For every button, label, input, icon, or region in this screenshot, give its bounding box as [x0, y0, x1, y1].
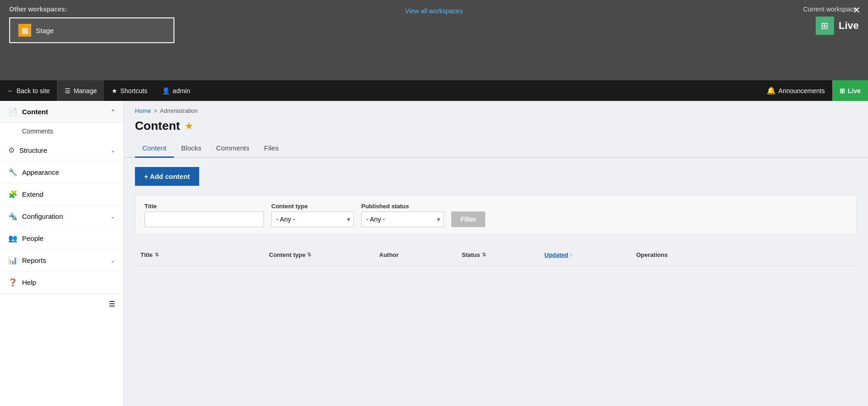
th-title-label: Title	[140, 251, 153, 258]
current-workspace-name: Live	[839, 20, 859, 32]
th-content-type-label: Content type	[269, 251, 305, 258]
th-updated-sort-icon[interactable]: ↑	[570, 252, 573, 258]
breadcrumb-separator: >	[154, 107, 157, 114]
sidebar-extend-label: Extend	[22, 190, 44, 198]
add-content-button[interactable]: + Add content	[135, 167, 199, 186]
current-workspace-icon: ⊞	[816, 17, 834, 35]
filter-row: Title Content type - Any - Published sta…	[145, 203, 847, 227]
breadcrumb-admin: Administration	[160, 107, 197, 114]
th-status-sort-icon[interactable]: ⇅	[482, 252, 486, 258]
inner-content: + Add content Title Content type - Any -	[124, 158, 868, 275]
appearance-icon: 🔧	[8, 168, 17, 177]
sidebar-item-configuration[interactable]: 🔩 Configuration ⌄	[0, 206, 123, 228]
table-header: Title ⇅ Content type ⇅ Author Status ⇅ U…	[135, 244, 857, 266]
sidebar-structure-label: Structure	[19, 146, 47, 154]
sidebar-item-reports[interactable]: 📊 Reports ⌄	[0, 250, 123, 272]
sidebar-comments-label: Comments	[22, 128, 53, 135]
announcements-label: Announcements	[778, 87, 825, 95]
structure-chevron-icon: ⌄	[111, 147, 115, 154]
stage-workspace-name: Stage	[36, 27, 54, 34]
back-to-site-button[interactable]: ← Back to site	[0, 80, 57, 101]
favorite-star-icon[interactable]: ★	[185, 120, 194, 132]
menu-icon: ☰	[65, 87, 71, 95]
content-type-select-wrapper: - Any -	[271, 211, 354, 227]
shortcuts-button[interactable]: ★ Shortcuts	[104, 80, 155, 101]
current-workspace-row: ⊞ Live	[816, 17, 859, 35]
sidebar-collapse-icon[interactable]: ☰	[109, 300, 115, 308]
shortcuts-label: Shortcuts	[120, 87, 147, 95]
sidebar-item-appearance[interactable]: 🔧 Appearance	[0, 161, 123, 184]
sidebar-reports-label: Reports	[22, 256, 46, 264]
sidebar-appearance-label: Appearance	[22, 168, 59, 176]
live-label: Live	[848, 87, 861, 95]
content-type-filter-label: Content type	[271, 203, 354, 210]
published-status-filter-field: Published status - Any -	[361, 203, 444, 227]
th-author: Author	[374, 249, 456, 261]
back-to-site-label: Back to site	[17, 87, 50, 95]
published-status-select-wrapper: - Any -	[361, 211, 444, 227]
sidebar-item-content[interactable]: 📄 Content ⌃	[0, 101, 123, 123]
th-content-type: Content type ⇅	[263, 249, 374, 261]
admin-button[interactable]: 👤 admin	[155, 80, 197, 101]
current-workspace-section: Current workspace: ⊞ Live	[803, 6, 859, 35]
th-updated: Updated ↑	[539, 249, 631, 261]
user-icon: 👤	[162, 87, 170, 95]
workspace-bar: Other workspaces: ▦ Stage View all works…	[0, 0, 868, 80]
th-author-label: Author	[379, 251, 399, 258]
th-updated-label: Updated	[544, 251, 568, 258]
title-filter-field: Title	[145, 203, 264, 227]
page-header: Content ★	[124, 117, 868, 139]
tab-comments[interactable]: Comments	[209, 139, 257, 158]
sidebar-item-extend[interactable]: 🧩 Extend	[0, 184, 123, 206]
sidebar-item-comments[interactable]: Comments	[0, 123, 123, 139]
view-all-workspaces-link[interactable]: View all workspaces	[405, 7, 463, 15]
content-type-filter-field: Content type - Any -	[271, 203, 354, 227]
sidebar-configuration-label: Configuration	[22, 212, 63, 220]
tab-blocks[interactable]: Blocks	[174, 139, 209, 158]
announcements-section: 🔔 Announcements	[759, 86, 832, 95]
sidebar: 📄 Content ⌃ Comments ⚙ Structure ⌄ 🔧 App…	[0, 101, 124, 406]
page-title: Content	[135, 119, 180, 133]
configuration-chevron-icon: ⌄	[111, 213, 115, 220]
stage-workspace-card[interactable]: ▦ Stage	[9, 17, 174, 43]
filter-button[interactable]: Filter	[451, 211, 485, 227]
sidebar-item-people[interactable]: 👥 People	[0, 228, 123, 250]
th-operations: Operations	[631, 249, 857, 261]
close-workspace-button[interactable]: ✕	[853, 5, 861, 16]
sidebar-content-label: Content	[22, 108, 48, 116]
manage-button[interactable]: ☰ Manage	[57, 80, 104, 101]
content-chevron-icon: ⌃	[111, 109, 115, 115]
people-icon: 👥	[8, 234, 17, 243]
sidebar-people-label: People	[22, 234, 44, 242]
published-status-select[interactable]: - Any -	[361, 211, 444, 227]
content-type-select[interactable]: - Any -	[271, 211, 354, 227]
title-filter-input[interactable]	[145, 211, 264, 227]
th-content-type-sort-icon[interactable]: ⇅	[307, 252, 311, 258]
sidebar-item-help[interactable]: ❓ Help	[0, 272, 123, 294]
configuration-icon: 🔩	[8, 212, 17, 221]
th-title: Title ⇅	[135, 249, 263, 261]
breadcrumb: Home > Administration	[124, 101, 868, 117]
reports-chevron-icon: ⌄	[111, 257, 115, 264]
extend-icon: 🧩	[8, 190, 17, 199]
title-filter-label: Title	[145, 203, 264, 210]
th-title-sort-icon[interactable]: ⇅	[155, 252, 159, 258]
structure-icon: ⚙	[8, 146, 15, 155]
breadcrumb-home[interactable]: Home	[135, 107, 151, 114]
back-arrow-icon: ←	[7, 87, 14, 95]
main-layout: 📄 Content ⌃ Comments ⚙ Structure ⌄ 🔧 App…	[0, 101, 868, 406]
th-status-label: Status	[462, 251, 480, 258]
th-operations-label: Operations	[636, 251, 668, 258]
bell-icon: 🔔	[767, 86, 776, 95]
sidebar-item-structure[interactable]: ⚙ Structure ⌄	[0, 139, 123, 161]
reports-icon: 📊	[8, 256, 17, 265]
tab-files[interactable]: Files	[257, 139, 286, 158]
manage-label: Manage	[73, 87, 97, 95]
top-nav: ← Back to site ☰ Manage ★ Shortcuts 👤 ad…	[0, 80, 868, 101]
content-icon: 📄	[8, 107, 17, 116]
live-badge: ⊞ Live	[832, 80, 868, 101]
admin-label: admin	[173, 87, 190, 95]
sidebar-footer: ☰	[0, 294, 123, 314]
tab-content[interactable]: Content	[135, 139, 174, 158]
help-icon: ❓	[8, 278, 17, 287]
